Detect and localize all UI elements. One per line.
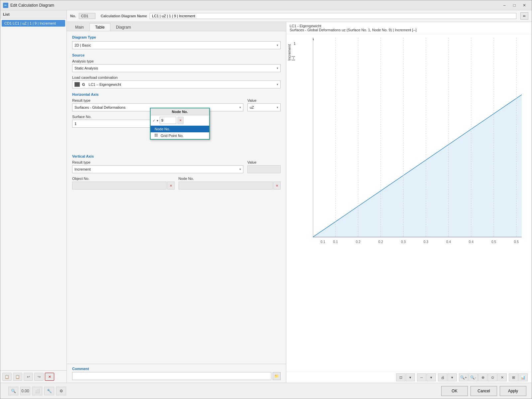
bottom-left-toolbar: 🔍 0.00 ⬜ 🔧 ⚙	[6, 387, 66, 395]
svg-text:0.4: 0.4	[446, 240, 451, 244]
search-button[interactable]: 🔍	[8, 387, 18, 395]
zoom-in-button[interactable]: 🔍+	[459, 373, 468, 381]
h-value-col: Value uZ ▾	[247, 98, 281, 111]
y-axis-label: Increment [--]	[288, 44, 295, 61]
svg-text:0.5: 0.5	[491, 240, 496, 244]
comment-input-row: 📁	[72, 372, 281, 380]
close-button[interactable]: ✕	[520, 2, 529, 9]
no-input[interactable]: CD1	[79, 13, 95, 19]
v-result-type-row: Result type Increment ▾ Value	[72, 160, 281, 173]
copy-button[interactable]: 📋	[13, 373, 22, 381]
h-value-dropdown[interactable]: uZ ▾	[247, 103, 281, 111]
v-result-type-col: Result type Increment ▾	[72, 160, 243, 173]
v-value-col: Value	[247, 160, 281, 173]
zoom-100-button[interactable]: ⊕	[478, 373, 487, 381]
list-item[interactable]: CD1 LC1 | uZ | 1 | 9 | Increment	[2, 20, 65, 27]
no-label: No.	[70, 14, 76, 18]
minimize-button[interactable]: –	[500, 2, 509, 9]
svg-rect-3	[156, 135, 158, 137]
chart-view-button[interactable]: 📊	[518, 373, 528, 381]
node-no-option-label: Node No.	[155, 127, 170, 131]
diagram-title1: LC1 - Eigengewicht	[290, 24, 528, 28]
comment-section: Comment 📁	[67, 364, 286, 383]
zoom-fit2-button[interactable]: ⊙	[488, 373, 497, 381]
node-no-input[interactable]	[160, 117, 176, 124]
analysis-type-dropdown[interactable]: Static Analysis ▾	[72, 64, 281, 72]
settings-button[interactable]: ⚙	[56, 387, 66, 395]
decimal-button[interactable]: 0.00	[20, 387, 30, 395]
main-window: ✏ Edit Calculation Diagram – □ ✕ List CD…	[0, 0, 532, 399]
print-chevron-btn[interactable]: ▾	[448, 373, 457, 381]
chevron-down-icon-4: ▾	[239, 106, 241, 109]
vertical-axis-label: Vertical Axis	[72, 154, 281, 158]
diagram-top: LC1 - Eigengewicht Surfaces - Global Def…	[286, 22, 532, 34]
ok-button[interactable]: OK	[441, 386, 468, 396]
print-button[interactable]: 🖨	[438, 373, 447, 381]
v-object-no-input-row: ✕	[72, 182, 175, 190]
diagram-area: Increment [--] 1	[286, 34, 532, 372]
node-no-clear-button[interactable]: ✕	[178, 117, 184, 124]
comment-input[interactable]	[72, 372, 271, 380]
apply-button[interactable]: Apply	[500, 386, 526, 396]
grid-point-no-option[interactable]: Grid Point No.	[151, 132, 209, 139]
zoom-out-button[interactable]: 🔍-	[468, 373, 478, 381]
redo-button[interactable]: ↪	[34, 373, 44, 381]
svg-rect-1	[156, 134, 158, 135]
node-popup-header: Node No.	[151, 108, 209, 115]
v-value-input	[247, 165, 281, 173]
zoom-in-group: 🔍+ 🔍- ⊕ ⊙ ✕	[459, 373, 507, 381]
right-panel: No. CD1 Calculation Diagram Name ✏ Main …	[67, 10, 532, 383]
edit-name-button[interactable]: ✏	[520, 12, 528, 20]
name-input[interactable]	[150, 13, 516, 19]
v-object-node-row: Object No. ✕ Node No.	[72, 177, 281, 190]
load-case-g-badge: G	[81, 82, 86, 86]
svg-text:0.1: 0.1	[333, 240, 338, 244]
node-no-popup: Node No. ✓ ▾ ✕ Node No.	[150, 108, 210, 140]
content-area: Main Table Diagram Diagram Type 2D | Bas…	[67, 22, 532, 383]
delete-button[interactable]: ✕	[45, 373, 54, 381]
v-result-type-value: Increment	[74, 167, 91, 171]
v-object-no-clear-button[interactable]: ✕	[167, 182, 175, 190]
filter-button[interactable]: 🔧	[44, 387, 54, 395]
list-header: List	[0, 10, 66, 19]
svg-rect-0	[155, 134, 156, 135]
restore-button[interactable]: □	[510, 2, 519, 9]
comment-file-button[interactable]: 📁	[273, 372, 281, 380]
cancel-button[interactable]: Cancel	[470, 386, 497, 396]
main-content: List CD1 LC1 | uZ | 1 | 9 | Increment 📋 …	[0, 10, 532, 383]
v-node-no-clear-button[interactable]: ✕	[273, 182, 281, 190]
titlebar: ✏ Edit Calculation Diagram – □ ✕	[0, 0, 532, 10]
zoom-reset-button[interactable]: ✕	[497, 373, 507, 381]
diagram-type-dropdown[interactable]: 2D | Basic ▾	[72, 41, 281, 49]
dropdown-arrow-icon: ▾	[157, 119, 158, 122]
info-bar: No. CD1 Calculation Diagram Name ✏	[67, 10, 532, 22]
chevron-down-icon-5: ▾	[277, 106, 278, 109]
v-object-no-label: Object No.	[72, 177, 175, 181]
print-group: 🖨 ▾	[438, 373, 457, 381]
add-button[interactable]: 📋	[2, 373, 12, 381]
undo-button[interactable]: ↩	[24, 373, 33, 381]
no-field: No. CD1	[70, 13, 95, 19]
tab-diagram[interactable]: Diagram	[110, 23, 137, 31]
v-result-type-label: Result type	[72, 160, 243, 164]
fit-view-button[interactable]: ⊡	[396, 373, 405, 381]
titlebar-controls: – □ ✕	[500, 2, 529, 9]
table-view-button[interactable]: ⊞	[509, 373, 518, 381]
chevron-down-icon-3: ▾	[277, 83, 278, 86]
zoom-extent-button[interactable]: ↔	[417, 373, 426, 381]
diagram-title2: Surfaces - Global Deformations uz (Surfa…	[290, 28, 528, 32]
chevron-down-btn[interactable]: ▾	[406, 373, 415, 381]
svg-text:0.1: 0.1	[321, 240, 325, 244]
v-result-type-dropdown[interactable]: Increment ▾	[72, 165, 243, 173]
selection-button[interactable]: ⬜	[32, 387, 42, 395]
tab-table[interactable]: Table	[89, 23, 110, 31]
grid-point-no-option-label: Grid Point No.	[161, 134, 184, 138]
load-case-dropdown[interactable]: G LC1 – Eigengewicht ▾	[72, 80, 281, 88]
node-no-option[interactable]: Node No.	[151, 126, 209, 132]
analysis-type-value: Static Analysis	[74, 66, 98, 70]
zoom-fit-group: ⊡ ▾	[396, 373, 415, 381]
svg-text:0.3: 0.3	[424, 240, 428, 244]
tab-main[interactable]: Main	[69, 23, 89, 31]
chevron-down-icon-6: ▾	[239, 168, 241, 171]
chevron-down-btn2[interactable]: ▾	[427, 373, 436, 381]
